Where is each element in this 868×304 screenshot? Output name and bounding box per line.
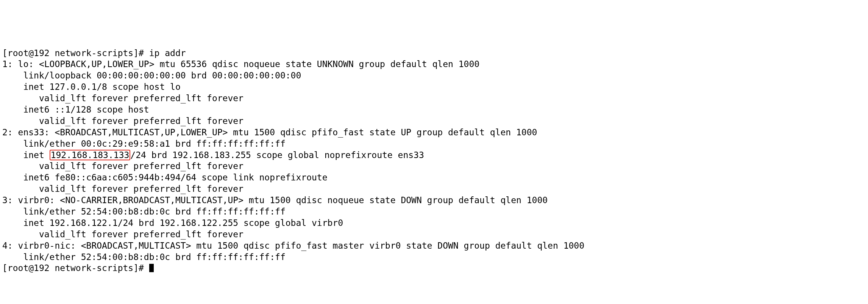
iface-lo-valid2: valid_lft forever preferred_lft forever (2, 116, 244, 126)
iface-ens33-inet6: inet6 fe80::c6aa:c605:944b:494/64 scope … (2, 172, 333, 182)
iface-virbr0-valid1: valid_lft forever preferred_lft forever (2, 229, 244, 239)
prompt-user-host: [root@192 network-scripts]# (2, 48, 149, 58)
iface-ens33-valid1: valid_lft forever preferred_lft forever (2, 161, 244, 171)
iface-virbr0-inet: inet 192.168.122.1/24 brd 192.168.122.25… (2, 218, 343, 228)
iface-ens33-inet-line: inet 192.168.183.133/24 brd 192.168.183.… (2, 150, 424, 160)
iface-lo-inet6: inet6 ::1/128 scope host (2, 105, 155, 114)
iface-lo-header: 1: lo: <LOOPBACK,UP,LOWER_UP> mtu 65536 … (2, 59, 479, 69)
iface-virbr0nic-link: link/ether 52:54:00:b8:db:0c brd ff:ff:f… (2, 252, 286, 262)
iface-virbr0-link: link/ether 52:54:00:b8:db:0c brd ff:ff:f… (2, 207, 286, 216)
iface-virbr0-header: 3: virbr0: <NO-CARRIER,BROADCAST,MULTICA… (2, 195, 548, 205)
iface-ens33-link: link/ether 00:0c:29:e9:58:a1 brd ff:ff:f… (2, 139, 286, 149)
iface-ens33-inet-post: /24 brd 192.168.183.255 scope global nop… (130, 150, 424, 160)
iface-ens33-valid2: valid_lft forever preferred_lft forever (2, 184, 244, 194)
iface-lo-inet: inet 127.0.0.1/8 scope host lo (2, 82, 181, 92)
prompt-command: ip addr (149, 48, 186, 58)
prompt-user-host-2: [root@192 network-scripts]# (2, 263, 149, 273)
cursor-block (149, 264, 154, 272)
iface-lo-valid1: valid_lft forever preferred_lft forever (2, 93, 244, 103)
iface-lo-link: link/loopback 00:00:00:00:00:00 brd 00:0… (2, 71, 301, 80)
prompt-1: [root@192 network-scripts]# ip addr (2, 48, 186, 58)
prompt-2[interactable]: [root@192 network-scripts]# (2, 263, 154, 273)
terminal-output[interactable]: [root@192 network-scripts]# ip addr 1: l… (2, 48, 866, 274)
highlighted-ip: 192.168.183.133 (50, 150, 131, 160)
iface-ens33-header: 2: ens33: <BROADCAST,MULTICAST,UP,LOWER_… (2, 127, 537, 137)
iface-virbr0nic-header: 4: virbr0-nic: <BROADCAST,MULTICAST> mtu… (2, 241, 584, 251)
iface-ens33-inet-pre: inet (2, 150, 50, 160)
